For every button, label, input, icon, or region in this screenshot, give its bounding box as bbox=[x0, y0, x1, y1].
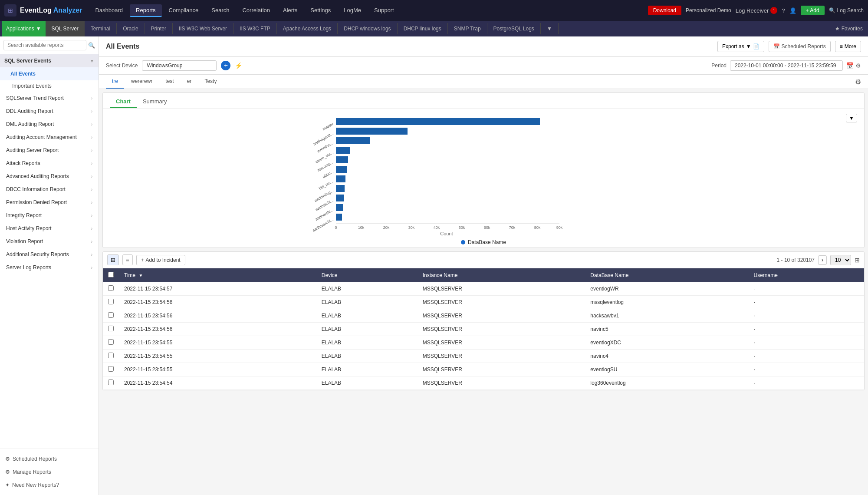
row-checkbox[interactable] bbox=[108, 366, 114, 372]
nav-search[interactable]: Search bbox=[205, 4, 235, 17]
tab-dhcp-linux[interactable]: DHCP linux logs bbox=[398, 23, 448, 34]
cell-instance: MSSQLSERVER bbox=[418, 282, 585, 296]
user-icon[interactable]: 👤 bbox=[789, 7, 796, 14]
row-checkbox[interactable] bbox=[108, 380, 114, 385]
row-checkbox[interactable] bbox=[108, 353, 114, 358]
chart-section: Chart Summary ▼ master aadhagentt... eve… bbox=[102, 92, 865, 248]
grid-view-button[interactable]: ⊞ bbox=[107, 254, 119, 265]
nav-support[interactable]: Support bbox=[368, 4, 400, 17]
tab-dhcp-windows[interactable]: DHCP windows logs bbox=[338, 23, 398, 34]
sidebar-item-all-events[interactable]: All Events bbox=[0, 67, 99, 80]
select-all-checkbox[interactable] bbox=[108, 272, 114, 277]
sidebar-item-host-activity[interactable]: Host Activity Report › bbox=[0, 222, 99, 235]
need-new-reports-link[interactable]: ✦ Need New Reports? bbox=[0, 478, 99, 492]
sidebar-item-account-mgmt[interactable]: Auditing Account Management › bbox=[0, 131, 99, 144]
nav-logme[interactable]: LogMe bbox=[338, 4, 367, 17]
cell-time: 2022-11-15 23:54:55 bbox=[119, 336, 316, 350]
nav-dashboard[interactable]: Dashboard bbox=[89, 4, 129, 17]
column-settings-button[interactable]: ⊞ bbox=[855, 257, 860, 264]
tab-snmp[interactable]: SNMP Trap bbox=[448, 23, 487, 34]
search-input[interactable] bbox=[3, 40, 86, 50]
sidebar-item-trend-report[interactable]: SQLServer Trend Report › bbox=[0, 92, 99, 105]
tab-terminal[interactable]: Terminal bbox=[85, 23, 117, 34]
tab-apache[interactable]: Apache Access Logs bbox=[277, 23, 338, 34]
manage-reports-link[interactable]: ⚙ Manage Reports bbox=[0, 465, 99, 478]
download-button[interactable]: Download bbox=[648, 6, 681, 15]
log-search-button[interactable]: 🔍 Log Search bbox=[829, 7, 864, 13]
question-icon[interactable]: ? bbox=[782, 7, 785, 14]
sidebar-section-header[interactable]: SQL Server Events ▼ bbox=[0, 54, 99, 67]
tab-printer[interactable]: Printer bbox=[145, 23, 173, 34]
scrollable-area: Chart Summary ▼ master aadhagentt... eve… bbox=[99, 89, 868, 495]
nav-correlation[interactable]: Correlation bbox=[236, 4, 276, 17]
device-tab-testy[interactable]: Testy bbox=[198, 75, 223, 89]
nav-reports[interactable]: Reports bbox=[130, 4, 162, 17]
favorites-button[interactable]: ★ Favorites bbox=[830, 23, 868, 34]
scheduled-reports-button[interactable]: 📅 Scheduled Reports bbox=[769, 41, 831, 52]
filter-button[interactable]: ⚡ bbox=[235, 62, 242, 69]
sql-server-tab[interactable]: SQL Server bbox=[46, 21, 85, 36]
sidebar-item-dbcc[interactable]: DBCC Information Report › bbox=[0, 183, 99, 196]
row-checkbox[interactable] bbox=[108, 299, 114, 304]
cell-username: - bbox=[749, 309, 865, 323]
per-page-select[interactable]: 10 25 50 bbox=[830, 255, 851, 265]
demo-label[interactable]: Personalized Demo bbox=[686, 7, 731, 13]
column-device[interactable]: Device bbox=[316, 268, 418, 282]
column-username[interactable]: Username bbox=[749, 268, 865, 282]
tab-oracle[interactable]: Oracle bbox=[117, 23, 145, 34]
cell-database: navinc5 bbox=[585, 323, 748, 336]
calendar-picker-icon[interactable]: 📅 bbox=[846, 62, 854, 69]
tab-postgresql[interactable]: PostgreSQL Logs bbox=[487, 23, 541, 34]
list-view-button[interactable]: ≡ bbox=[122, 254, 133, 265]
sidebar-item-attack-reports[interactable]: Attack Reports › bbox=[0, 157, 99, 170]
column-instance[interactable]: Instance Name bbox=[418, 268, 585, 282]
device-tab-tre[interactable]: tre bbox=[106, 75, 124, 89]
sidebar-item-ddl-auditing[interactable]: DDL Auditing Report › bbox=[0, 105, 99, 118]
device-input[interactable] bbox=[142, 60, 217, 71]
chart-tab-summary[interactable]: Summary bbox=[137, 96, 173, 108]
row-checkbox[interactable] bbox=[108, 285, 114, 291]
add-device-button[interactable]: + bbox=[221, 61, 230, 70]
sidebar-item-advanced-auditing[interactable]: Advanced Auditing Reports › bbox=[0, 170, 99, 183]
scheduled-reports-link[interactable]: ⚙ Scheduled Reports bbox=[0, 452, 99, 465]
nav-settings[interactable]: Settings bbox=[304, 4, 337, 17]
log-receiver-button[interactable]: Log Receiver 1 bbox=[736, 7, 778, 14]
chevron-right-icon: › bbox=[91, 226, 92, 231]
search-icon[interactable]: 🔍 bbox=[88, 42, 95, 49]
device-tab-test[interactable]: test bbox=[159, 75, 180, 89]
nav-compliance[interactable]: Compliance bbox=[163, 4, 205, 17]
chart-tab-chart[interactable]: Chart bbox=[110, 96, 137, 108]
chevron-right-icon: › bbox=[91, 252, 92, 257]
period-input[interactable] bbox=[730, 60, 843, 71]
device-tab-er[interactable]: er bbox=[181, 75, 198, 89]
tabs-settings-icon[interactable]: ⚙ bbox=[855, 78, 861, 86]
column-database[interactable]: DataBase Name bbox=[585, 268, 748, 282]
sidebar-item-integrity[interactable]: Integrity Report › bbox=[0, 209, 99, 222]
sidebar-item-server-log[interactable]: Server Log Reports › bbox=[0, 261, 99, 274]
row-checkbox[interactable] bbox=[108, 326, 114, 331]
sidebar-item-additional-security[interactable]: Additional Security Reports › bbox=[0, 248, 99, 261]
sidebar-item-violation[interactable]: Violation Report › bbox=[0, 235, 99, 248]
next-page-button[interactable]: › bbox=[818, 255, 827, 265]
column-time[interactable]: Time ▼ bbox=[119, 268, 316, 282]
export-button[interactable]: Export as ▼ 📄 bbox=[717, 41, 764, 52]
add-to-incident-button[interactable]: + Add to Incident bbox=[136, 255, 185, 265]
svg-text:Count: Count bbox=[440, 231, 453, 235]
nav-alerts[interactable]: Alerts bbox=[277, 4, 303, 17]
row-checkbox[interactable] bbox=[108, 339, 114, 345]
tab-more[interactable]: ▼ bbox=[541, 23, 559, 34]
tab-iis-w3c-ftp[interactable]: IIS W3C FTP bbox=[233, 23, 277, 34]
period-settings-icon[interactable]: ⚙ bbox=[855, 62, 861, 69]
sidebar-item-important-events[interactable]: Important Events bbox=[0, 80, 99, 92]
svg-rect-21 bbox=[336, 214, 342, 221]
device-tab-wererewr[interactable]: wererewr bbox=[125, 75, 158, 89]
add-button[interactable]: + Add bbox=[801, 6, 825, 15]
row-checkbox[interactable] bbox=[108, 312, 114, 318]
applications-dropdown[interactable]: Applications ▼ bbox=[2, 21, 46, 36]
sidebar-item-server-report[interactable]: Auditing Server Report › bbox=[0, 144, 99, 157]
tab-iis-w3c-web[interactable]: IIS W3C Web Server bbox=[173, 23, 233, 34]
more-button[interactable]: ≡ More bbox=[835, 41, 861, 52]
chart-expand-button[interactable]: ▼ bbox=[846, 114, 857, 122]
sidebar-item-permission-denied[interactable]: Permission Denied Report › bbox=[0, 196, 99, 209]
sidebar-item-dml-auditing[interactable]: DML Auditing Report › bbox=[0, 118, 99, 131]
